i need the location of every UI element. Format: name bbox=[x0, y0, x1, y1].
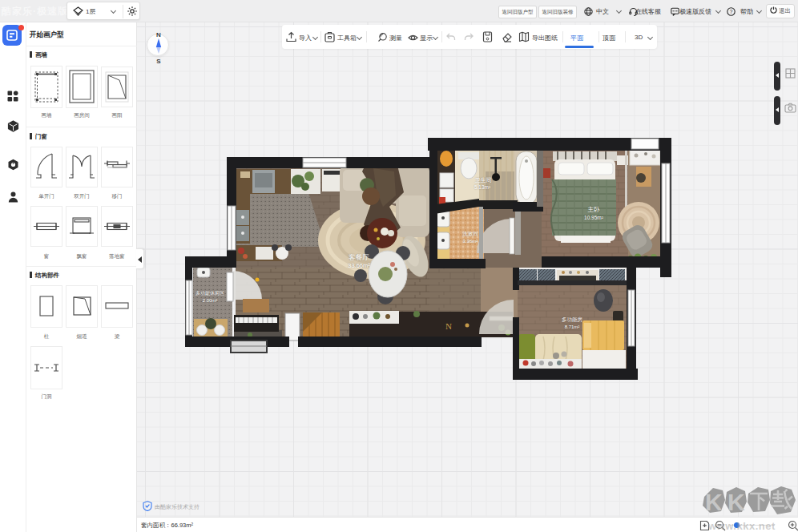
svg-text:洗漱间: 洗漱间 bbox=[462, 231, 478, 237]
svg-text:2.00m²: 2.00m² bbox=[203, 298, 218, 303]
svg-text:?: ? bbox=[730, 9, 733, 14]
svg-text:5.13m²: 5.13m² bbox=[474, 184, 491, 190]
svg-text:3.36m²: 3.36m² bbox=[463, 239, 478, 244]
svg-text:卫生间: 卫生间 bbox=[475, 177, 492, 183]
svg-text:客餐厅: 客餐厅 bbox=[349, 253, 369, 261]
svg-text:33.66m²: 33.66m² bbox=[348, 262, 370, 269]
svg-text:S: S bbox=[156, 58, 161, 64]
svg-text:8.71m²: 8.71m² bbox=[565, 324, 580, 329]
svg-text:多功能休闲区: 多功能休闲区 bbox=[195, 290, 224, 296]
svg-text:多功能房: 多功能房 bbox=[562, 316, 583, 323]
svg-text:K: K bbox=[727, 489, 745, 515]
svg-text:N: N bbox=[156, 31, 161, 38]
svg-text:主卧: 主卧 bbox=[588, 206, 601, 213]
svg-text:K: K bbox=[705, 489, 723, 515]
svg-text:N: N bbox=[445, 321, 452, 331]
svg-text:10.95m²: 10.95m² bbox=[584, 215, 604, 220]
